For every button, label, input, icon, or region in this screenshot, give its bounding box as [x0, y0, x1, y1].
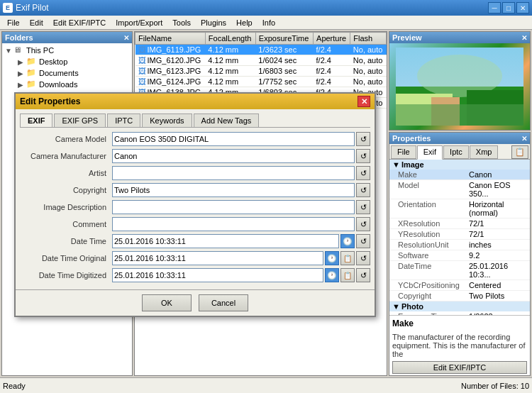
menu-edit-exif[interactable]: Edit EXIF/IPTC — [49, 17, 111, 28]
prop-value-model: Canon EOS 350... — [469, 181, 527, 198]
prop-row-make[interactable]: Make Canon — [389, 170, 530, 180]
modal-tab-exif[interactable]: EXIF — [20, 114, 52, 127]
flash-cell: No, auto — [350, 66, 387, 77]
tree-label-desktop: Desktop — [39, 57, 67, 66]
table-row[interactable]: 🖼IMG_6120.JPG 4.12 mm 1/6024 sec f/2.4 N… — [135, 55, 387, 66]
properties-icon[interactable]: 📋 — [511, 145, 528, 159]
prop-value-yres: 72/1 — [469, 230, 484, 238]
undo-button-3[interactable]: ↺ — [356, 183, 370, 197]
form-row-date-time-digitized: Date Time Digitized 🕐📋↺ — [20, 268, 370, 282]
cancel-button[interactable]: Cancel — [199, 294, 248, 311]
prop-row-ycbcr[interactable]: YCbCrPositioning Centered — [389, 280, 530, 291]
tree-item-this-pc[interactable]: ▼ 🖥 This PC — [4, 45, 131, 56]
modal-tab-add-tags[interactable]: Add New Tags — [194, 114, 260, 127]
form-input-2[interactable] — [112, 166, 355, 180]
maximize-button[interactable]: □ — [502, 2, 515, 13]
form-label-3: Copyright — [20, 186, 112, 194]
form-input-1[interactable] — [112, 149, 355, 163]
copy-button-8[interactable]: 📋 — [340, 268, 355, 282]
undo-button-2[interactable]: ↺ — [356, 166, 370, 180]
modal-footer: OK Cancel — [16, 289, 375, 316]
prop-tab-iptc[interactable]: Iptc — [443, 145, 469, 159]
preview-header: Preview ✕ — [389, 32, 530, 43]
undo-button-1[interactable]: ↺ — [356, 149, 370, 163]
prop-tab-exif[interactable]: Exif — [417, 145, 443, 160]
preview-close-button[interactable]: ✕ — [521, 34, 527, 42]
undo-button-4[interactable]: ↺ — [356, 200, 370, 214]
menu-file[interactable]: File — [3, 17, 24, 28]
prop-label-xres: XResolution — [398, 219, 469, 228]
prop-row-xresolution[interactable]: XResolution 72/1 — [389, 218, 530, 229]
prop-row-copyright[interactable]: Copyright Two Pilots — [389, 291, 530, 301]
prop-label-orientation: Orientation — [398, 200, 469, 217]
form-input-4[interactable] — [112, 200, 355, 214]
properties-close-button[interactable]: ✕ — [521, 135, 527, 143]
menu-edit[interactable]: Edit — [26, 17, 48, 28]
prop-row-resunit[interactable]: ResolutionUnit inches — [389, 240, 530, 250]
undo-button-5[interactable]: ↺ — [356, 217, 370, 231]
edit-exif-button[interactable]: Edit EXIF/IPTC — [392, 361, 527, 374]
modal-close-button[interactable]: ✕ — [358, 96, 370, 107]
tree-item-downloads[interactable]: ▶ 📁 Downloads — [16, 79, 131, 90]
clock-button-8[interactable]: 🕐 — [325, 268, 339, 282]
prop-tab-file[interactable]: File — [391, 145, 416, 159]
col-focal[interactable]: FocalLength — [205, 33, 255, 45]
minimize-button[interactable]: ─ — [488, 2, 501, 13]
preview-image — [389, 43, 530, 130]
clock-button-7[interactable]: 🕐 — [325, 251, 339, 265]
table-row[interactable]: 🖼IMG_6119.JPG 4.12 mm 1/3623 sec f/2.4 N… — [135, 45, 387, 55]
prop-label-make: Make — [398, 170, 469, 179]
clock-button-6[interactable]: 🕐 — [340, 234, 355, 248]
table-row[interactable]: 🖼IMG_6124.JPG 4.12 mm 1/7752 sec f/2.4 N… — [135, 77, 387, 87]
edit-properties-dialog[interactable]: Edit Properties ✕ EXIF EXIF GPS IPTC Key… — [14, 92, 376, 317]
modal-tab-iptc[interactable]: IPTC — [107, 114, 140, 127]
form-label-6: Date Time — [20, 237, 112, 245]
menu-plugins[interactable]: Plugins — [196, 17, 231, 28]
form-input-0[interactable] — [112, 132, 355, 146]
prop-row-model[interactable]: Model Canon EOS 350... — [389, 180, 530, 199]
copy-button-7[interactable]: 📋 — [340, 251, 355, 265]
properties-tabs: File Exif Iptc Xmp 📋 — [389, 144, 530, 160]
col-filename[interactable]: FileName — [135, 33, 206, 45]
col-exposure[interactable]: ExposureTime — [255, 33, 313, 45]
undo-button-7[interactable]: ↺ — [356, 251, 370, 265]
menu-import-export[interactable]: Import/Export — [111, 17, 167, 28]
undo-button-6[interactable]: ↺ — [356, 234, 370, 248]
prop-row-yresolution[interactable]: YResolution 72/1 — [389, 229, 530, 240]
focal-cell: 4.12 mm — [205, 55, 255, 66]
form-input-5[interactable] — [112, 217, 355, 231]
modal-tab-keywords[interactable]: Keywords — [142, 114, 192, 127]
table-row[interactable]: 🖼IMG_6123.JPG 4.12 mm 1/6803 sec f/2.4 N… — [135, 66, 387, 77]
menu-tools[interactable]: Tools — [168, 17, 195, 28]
prop-row-datetime[interactable]: DateTime 25.01.2016 10:3... — [389, 261, 530, 280]
prop-row-software[interactable]: Software 9.2 — [389, 250, 530, 261]
form-input-6[interactable] — [112, 234, 339, 248]
folders-close-button[interactable]: ✕ — [123, 34, 129, 42]
menu-help[interactable]: Help — [232, 17, 257, 28]
modal-tab-exif-gps[interactable]: EXIF GPS — [54, 114, 106, 127]
form-label-1: Camera Manufacturer — [20, 152, 112, 160]
prop-value-software: 9.2 — [469, 251, 480, 260]
prop-selected-name: Make — [389, 316, 530, 331]
ok-button[interactable]: OK — [142, 294, 192, 311]
folders-title: Folders — [5, 33, 33, 42]
col-flash[interactable]: Flash — [350, 33, 387, 45]
tree-toggle-downloads: ▶ — [18, 81, 26, 89]
form-input-7[interactable] — [112, 251, 323, 265]
tree-item-desktop[interactable]: ▶ 📁 Desktop — [16, 56, 131, 67]
form-input-3[interactable] — [112, 183, 355, 197]
flash-cell: No, auto — [350, 55, 387, 66]
prop-value-ycbcr: Centered — [469, 281, 501, 289]
col-aperture[interactable]: Aperture — [314, 33, 350, 45]
form-input-8[interactable] — [112, 268, 323, 282]
menu-info[interactable]: Info — [258, 17, 279, 28]
undo-button-8[interactable]: ↺ — [356, 268, 370, 282]
tree-item-documents[interactable]: ▶ 📁 Documents — [16, 67, 131, 79]
app-title: Exif Pilot — [16, 3, 49, 13]
prop-row-orientation[interactable]: Orientation Horizontal (normal) — [389, 199, 530, 218]
prop-tab-xmp[interactable]: Xmp — [470, 145, 499, 159]
focal-cell: 4.12 mm — [205, 77, 255, 87]
close-button[interactable]: ✕ — [516, 2, 529, 13]
tree-toggle-desktop: ▶ — [18, 58, 26, 66]
undo-button-0[interactable]: ↺ — [356, 132, 370, 146]
